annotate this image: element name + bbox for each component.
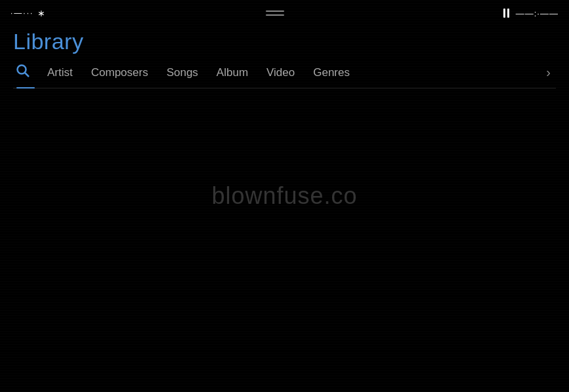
tab-album[interactable]: Album (207, 62, 257, 86)
tab-search[interactable] (13, 60, 38, 88)
watermark: blownfuse.co (211, 182, 357, 210)
pause-button[interactable] (503, 9, 509, 18)
tab-genres[interactable]: Genres (304, 62, 359, 86)
menu-icon[interactable] (266, 10, 284, 16)
time-display: ——:·—— (516, 9, 558, 18)
page-header: Library Artist Composers Songs Album Vid… (0, 24, 569, 88)
svg-point-0 (18, 66, 26, 74)
signal-indicator: ·—··· (11, 9, 33, 18)
bluetooth-icon: ∗ (37, 8, 46, 18)
status-center (266, 10, 284, 16)
status-bar: ·—··· ∗ ——:·—— (0, 0, 569, 24)
search-icon (16, 64, 30, 78)
tab-video[interactable]: Video (257, 62, 304, 86)
tabs-more-arrow[interactable]: › (541, 61, 556, 87)
pause-bar-right (507, 9, 509, 18)
status-left: ·—··· ∗ (11, 8, 46, 18)
nav-tabs: Artist Composers Songs Album Video Genre… (13, 60, 556, 88)
status-right: ——:·—— (503, 9, 558, 18)
tab-songs[interactable]: Songs (158, 62, 207, 86)
tab-composers[interactable]: Composers (82, 62, 158, 86)
menu-bar-2 (266, 14, 284, 16)
pause-bar-left (503, 9, 505, 18)
svg-line-1 (25, 73, 29, 77)
page-title: Library (13, 29, 556, 54)
menu-bar-1 (266, 10, 284, 12)
tab-artist[interactable]: Artist (38, 62, 82, 86)
